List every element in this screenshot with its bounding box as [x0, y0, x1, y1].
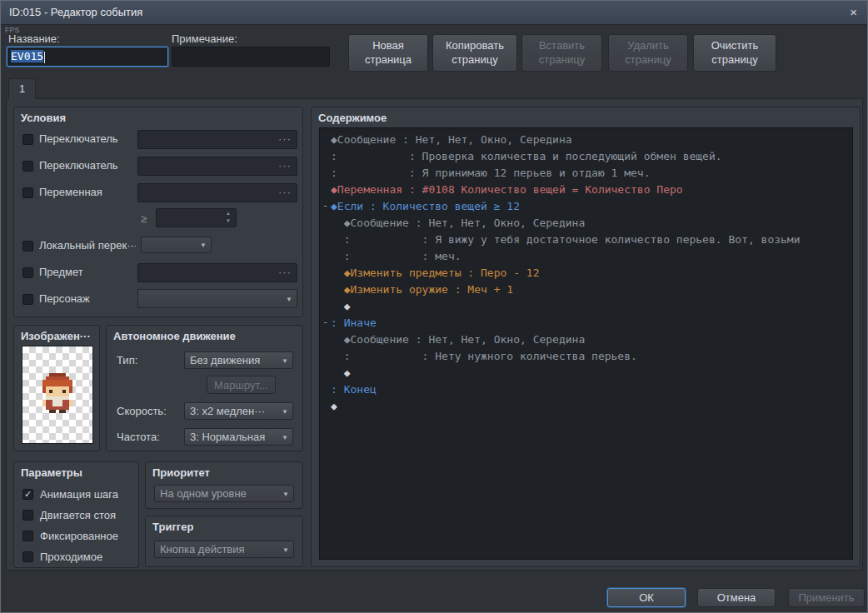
actor-checkbox[interactable] [22, 294, 33, 305]
ok-button[interactable]: ОК [607, 588, 686, 607]
chevron-down-icon: ▼ [282, 490, 289, 497]
event-command-line[interactable]: ◆ [320, 297, 852, 314]
autonomous-title: Автономное движение [113, 330, 236, 342]
event-command-line[interactable]: : : Нету нужного количества перьев. [320, 347, 852, 364]
event-command-line[interactable]: -◆Если : Количество вещей ≥ 12 [320, 197, 852, 214]
command-text: : Иначе [331, 316, 377, 329]
variable-checkbox[interactable] [22, 187, 33, 198]
priority-value: На одном уровне [160, 487, 247, 500]
options-title: Параметры [21, 466, 82, 479]
gte-label: ≥ [141, 212, 147, 225]
move-speed-dropdown[interactable]: 3: x2 медлен··· ▼ [184, 402, 293, 420]
event-command-line[interactable]: : : Я вижу у тебя достаточное количество… [320, 231, 852, 247]
option-checkbox[interactable] [22, 489, 33, 500]
name-input[interactable]: EV015 [7, 47, 168, 67]
new-page-button[interactable]: Новая страница [348, 34, 428, 72]
spinner-up-icon[interactable]: ▲ [226, 210, 231, 217]
event-command-line[interactable]: ◆Сообщение : Нет, Нет, Окно, Середина [320, 131, 852, 147]
ellipsis-icon[interactable]: ··· [278, 159, 292, 172]
chevron-down-icon: ▼ [200, 242, 207, 249]
option-checkbox[interactable] [22, 531, 33, 541]
switch2-label: Переключатель [39, 159, 118, 172]
option-label: Двигается стоя [40, 509, 116, 521]
actor-label: Персонаж [39, 292, 90, 305]
event-command-line[interactable]: ◆Сообщение : Нет, Нет, Окно, Середина [320, 331, 852, 347]
option-checkbox[interactable] [22, 510, 33, 521]
switch2-checkbox[interactable] [22, 161, 33, 172]
actor-dropdown[interactable]: ▼ [137, 289, 297, 308]
ellipsis-icon[interactable]: ··· [278, 132, 292, 145]
copy-page-button[interactable]: Копировать страницу [432, 34, 517, 72]
switch1-checkbox[interactable] [22, 134, 33, 145]
note-input[interactable] [172, 47, 330, 67]
image-group: Изображен··· [13, 325, 100, 451]
switch1-label: Переключатель [39, 132, 118, 145]
image-title: Изображен··· [21, 330, 91, 342]
ellipsis-icon[interactable]: ··· [278, 266, 292, 278]
paste-page-button[interactable]: Вставить страницу [521, 34, 602, 72]
event-command-line[interactable]: : : Проверка количества и последующий об… [320, 147, 852, 164]
name-value-selected: EV015 [11, 50, 43, 62]
event-command-line[interactable]: ◆Сообщение : Нет, Нет, Окно, Середина [320, 214, 852, 231]
trigger-group: Триггер Кнопка действия ▼ [145, 516, 303, 567]
route-button[interactable]: Маршрут... [207, 376, 276, 394]
self-switch-checkbox[interactable] [22, 241, 33, 252]
event-command-line[interactable]: : : меч. [320, 247, 852, 264]
apply-button[interactable]: Применить [788, 588, 865, 607]
event-command-line[interactable]: ◆ [320, 397, 852, 414]
variable-value-spinner[interactable]: ▲▼ [156, 208, 237, 227]
move-speed-label: Скорость: [117, 405, 167, 417]
command-text: ◆ [331, 366, 350, 379]
command-text: : Конец [331, 383, 377, 396]
event-editor-window: ID:015 - Редактор события × FPS Название… [0, 0, 868, 613]
variable-field[interactable]: ··· [137, 183, 297, 202]
tab-page-1[interactable]: 1 [8, 78, 36, 99]
switch1-field[interactable]: ··· [137, 130, 297, 149]
event-command-list[interactable]: ◆Сообщение : Нет, Нет, Окно, Середина: :… [319, 127, 853, 560]
event-command-line[interactable]: -: Иначе [320, 314, 852, 331]
character-image-box[interactable] [22, 346, 93, 444]
option-row: Фиксированное [14, 526, 138, 546]
event-command-line[interactable]: ◆Переменная : #0108 Количество вещей = К… [320, 181, 852, 197]
option-row: Двигается стоя [14, 505, 138, 526]
spinner-arrows[interactable]: ▲▼ [222, 210, 234, 225]
event-command-line[interactable]: : : Я принимаю 12 перьев и отдаю 1 меч. [320, 164, 852, 181]
move-type-dropdown[interactable]: Без движения ▼ [184, 351, 293, 369]
event-command-line[interactable]: ◆Изменить предметы : Перо - 12 [320, 264, 852, 281]
event-command-line[interactable]: ◆Изменить оружие : Меч + 1 [320, 281, 852, 297]
character-sprite [39, 373, 76, 416]
event-command-line[interactable]: ◆ [320, 364, 852, 381]
command-text: ◆Сообщение : Нет, Нет, Окно, Середина [331, 333, 585, 346]
titlebar[interactable]: ID:015 - Редактор события × [1, 1, 867, 25]
spinner-down-icon[interactable]: ▼ [226, 217, 231, 225]
close-icon[interactable]: × [850, 1, 857, 24]
ellipsis-icon[interactable]: ··· [278, 186, 292, 198]
move-freq-label: Частота: [117, 431, 160, 443]
event-command-line[interactable]: : Конец [320, 381, 852, 397]
option-label: Фиксированное [40, 530, 118, 542]
option-label: Проходимое [40, 551, 102, 563]
cancel-button[interactable]: Отмена [697, 588, 776, 607]
trigger-dropdown[interactable]: Кнопка действия ▼ [154, 541, 294, 558]
collapse-marker[interactable]: - [320, 316, 331, 328]
self-switch-dropdown[interactable]: ▼ [141, 237, 212, 253]
delete-page-button[interactable]: Удалить страницу [608, 34, 688, 72]
command-text: : : Я принимаю 12 перьев и отдаю 1 меч. [331, 167, 651, 179]
clear-page-button[interactable]: Очистить страницу [693, 34, 776, 72]
item-checkbox[interactable] [22, 267, 33, 278]
collapse-marker[interactable]: - [320, 200, 331, 212]
option-row: Анимация шага [14, 484, 138, 505]
priority-dropdown[interactable]: На одном уровне ▼ [154, 485, 294, 502]
command-text: ◆Переменная : #0108 Количество вещей = К… [331, 183, 683, 196]
switch2-field[interactable]: ··· [137, 157, 297, 176]
command-text: ◆Если : Количество вещей ≥ 12 [331, 200, 520, 212]
command-text: ◆ [331, 300, 350, 312]
option-checkbox[interactable] [22, 551, 33, 562]
contents-title: Содержимое [318, 112, 387, 124]
chevron-down-icon: ▼ [286, 295, 292, 302]
command-text: : : Нету нужного количества перьев. [331, 350, 637, 362]
move-freq-dropdown[interactable]: 3: Нормальная ▼ [184, 428, 293, 446]
item-field[interactable]: ··· [137, 263, 297, 282]
chevron-down-icon: ▼ [282, 407, 288, 415]
command-text: ◆ [331, 400, 337, 412]
